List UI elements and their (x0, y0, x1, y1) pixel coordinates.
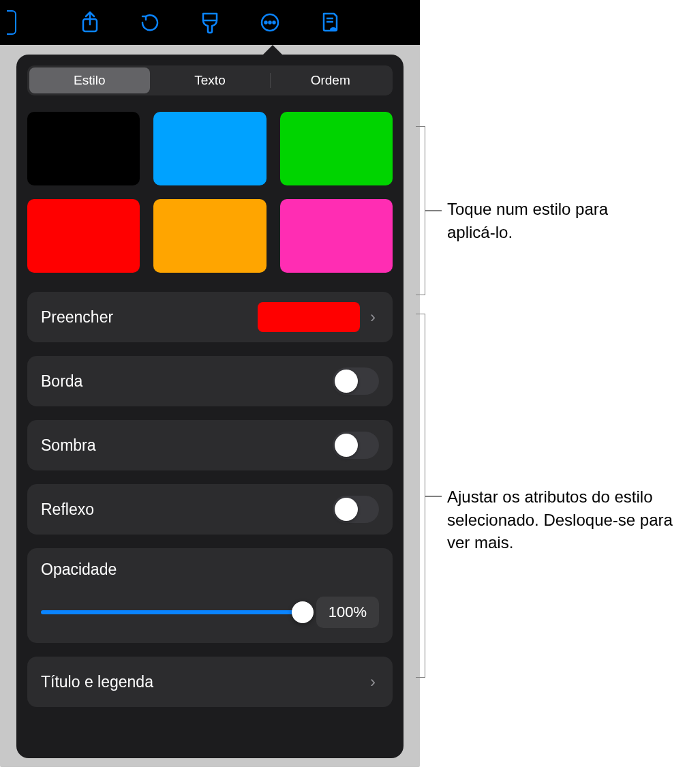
fill-label: Preencher (41, 308, 258, 327)
callout-connector (425, 210, 442, 211)
svg-point-3 (269, 22, 271, 24)
reflection-label: Reflexo (41, 500, 333, 519)
opacity-controls: 100% (41, 597, 379, 628)
chevron-right-icon: › (367, 672, 379, 691)
slider-thumb-icon[interactable] (292, 601, 314, 623)
svg-point-6 (333, 29, 335, 31)
more-icon[interactable] (259, 12, 281, 33)
tab-label: Texto (194, 73, 225, 88)
annotation-callouts: Toque num estilo para aplicá-lo. Ajustar… (432, 0, 691, 780)
tab-label: Ordem (311, 73, 350, 88)
fill-color-preview (258, 302, 360, 332)
callout-style-tap: Toque num estilo para aplicá-lo. (447, 198, 624, 243)
tab-estilo[interactable]: Estilo (29, 68, 150, 93)
device-frame: Estilo Texto Ordem Preencher › Bor (0, 0, 420, 767)
style-swatch-grid (27, 112, 393, 273)
opacity-slider[interactable] (41, 610, 303, 614)
opacity-value-display[interactable]: 100% (316, 597, 379, 628)
opacity-label: Opacidade (41, 560, 379, 579)
shadow-toggle[interactable] (333, 432, 379, 459)
callout-attributes: Ajustar os atributos do estilo seleciona… (447, 485, 693, 554)
shadow-label: Sombra (41, 436, 333, 455)
top-toolbar (0, 0, 420, 45)
swatch-orange[interactable] (153, 199, 266, 273)
border-toggle[interactable] (333, 368, 379, 395)
swatch-red[interactable] (27, 199, 140, 273)
chevron-right-icon: › (367, 308, 379, 327)
undo-icon[interactable] (139, 12, 161, 33)
format-brush-icon[interactable] (199, 12, 221, 33)
opacity-row: Opacidade 100% (27, 548, 393, 643)
callout-bracket (416, 126, 425, 295)
share-icon[interactable] (79, 12, 101, 33)
reflection-toggle[interactable] (333, 496, 379, 523)
fill-row[interactable]: Preencher › (27, 292, 393, 342)
callout-bracket (416, 314, 425, 678)
title-caption-label: Título e legenda (41, 673, 367, 691)
swatch-blue[interactable] (153, 112, 266, 185)
title-caption-row[interactable]: Título e legenda › (27, 657, 393, 707)
border-row: Borda (27, 356, 393, 406)
tab-ordem[interactable]: Ordem (270, 68, 391, 93)
swatch-green[interactable] (280, 112, 393, 185)
segmented-control: Estilo Texto Ordem (27, 65, 393, 95)
svg-point-2 (265, 22, 267, 24)
popover-arrow (262, 45, 284, 56)
reflection-row: Reflexo (27, 484, 393, 535)
swatch-black[interactable] (27, 112, 140, 185)
tab-texto[interactable]: Texto (150, 68, 271, 93)
shadow-row: Sombra (27, 420, 393, 470)
border-label: Borda (41, 372, 333, 391)
swatch-magenta[interactable] (280, 199, 393, 273)
tab-label: Estilo (74, 73, 105, 88)
callout-connector (425, 496, 442, 497)
document-preview-icon[interactable] (319, 12, 341, 33)
panel-edge-icon (7, 10, 16, 35)
toolbar-icons (79, 12, 341, 33)
format-popover: Estilo Texto Ordem Preencher › Bor (16, 55, 404, 758)
svg-point-4 (273, 22, 275, 24)
